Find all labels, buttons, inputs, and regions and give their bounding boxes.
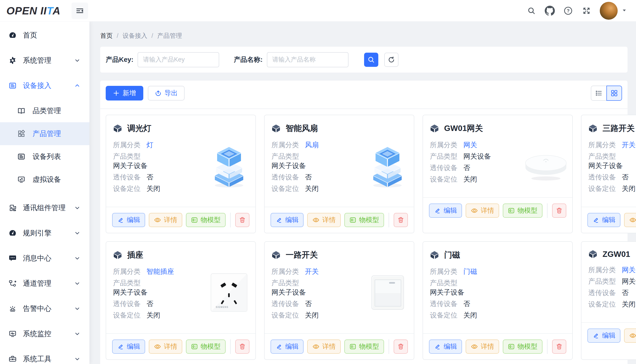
category-value[interactable]: 网关 [463, 140, 477, 149]
sidebar-item-comm[interactable]: 通讯组件管理 [0, 196, 89, 219]
passthrough-value: 否 [463, 164, 470, 172]
model-button[interactable]: 物模型 [186, 213, 226, 227]
sidebar-item-alert[interactable]: 告警中心 [0, 297, 89, 320]
breadcrumb-item[interactable]: 设备接入 [123, 32, 147, 40]
product-key-input[interactable] [138, 52, 219, 67]
add-button[interactable]: 新增 [106, 86, 143, 100]
detail-button[interactable]: 详情 [466, 340, 499, 354]
category-value[interactable]: 灯 [146, 140, 153, 149]
delete-button[interactable] [235, 340, 250, 354]
chevron-down-icon [73, 230, 82, 236]
passthrough-label: 透传设备 [272, 173, 299, 181]
edit-button[interactable]: 编辑 [429, 340, 462, 354]
list-view-button[interactable] [591, 86, 606, 101]
list-icon [17, 152, 26, 161]
server-icon [8, 82, 17, 90]
edit-button[interactable]: 编辑 [587, 328, 620, 343]
eye-icon [154, 216, 161, 224]
magnifier-icon [367, 56, 375, 64]
product-name-input[interactable] [267, 52, 348, 67]
model-button[interactable]: 物模型 [186, 340, 226, 354]
sidebar-item-system[interactable]: 系统管理 [0, 49, 89, 72]
passthrough-label: 透传设备 [588, 288, 616, 297]
sidebar-item-device[interactable]: 设备接入 [0, 74, 89, 97]
type-value: 网关子设备 [113, 162, 147, 170]
dashboard-icon [8, 229, 17, 237]
sidebar-item-message[interactable]: 消息中心 [0, 247, 89, 270]
help-icon[interactable]: ? [563, 6, 573, 16]
github-icon[interactable] [545, 6, 555, 16]
trash-icon [239, 216, 246, 224]
sidebar-item-channel[interactable]: 通道管理 [0, 272, 89, 295]
grid-view-button[interactable] [606, 86, 622, 101]
refresh-icon [388, 56, 395, 64]
sidebar-collapse-button[interactable] [72, 2, 88, 19]
delete-button[interactable] [552, 204, 566, 218]
detail-button[interactable]: 详情 [149, 213, 182, 227]
sidebar-item-category[interactable]: 品类管理 [0, 99, 89, 122]
model-button[interactable]: 物模型 [503, 204, 542, 218]
category-value[interactable]: 开关 [305, 267, 319, 276]
model-button[interactable]: 物模型 [344, 340, 384, 354]
breadcrumb-item[interactable]: 首页 [100, 32, 113, 40]
delete-button[interactable] [394, 213, 408, 227]
search-icon[interactable] [526, 6, 536, 16]
model-button[interactable]: 物模型 [503, 340, 542, 354]
delete-button[interactable] [394, 340, 408, 354]
sidebar-item-label: 设备列表 [33, 152, 61, 162]
delete-button[interactable] [552, 340, 566, 354]
pencil-icon [434, 343, 441, 350]
actions-divider [547, 203, 547, 218]
detail-button[interactable]: 详情 [307, 340, 341, 354]
detail-button[interactable]: 详情 [624, 213, 636, 227]
pencil-icon [592, 216, 599, 224]
app-logo: OPEN IITA [7, 4, 61, 17]
edit-button[interactable]: 编辑 [271, 340, 304, 354]
location-label: 设备定位 [430, 311, 457, 319]
edit-button[interactable]: 编辑 [112, 340, 145, 354]
search-button[interactable] [364, 53, 378, 67]
category-value[interactable]: 门磁 [463, 267, 477, 276]
chevron-down-icon [73, 280, 82, 286]
detail-button[interactable]: 详情 [149, 340, 182, 354]
product-image-cube [205, 141, 253, 191]
export-icon [155, 90, 162, 96]
fullscreen-icon[interactable] [581, 6, 591, 16]
edit-button[interactable]: 编辑 [587, 213, 620, 227]
alarm-icon [8, 304, 17, 313]
detail-button[interactable]: 详情 [624, 328, 636, 343]
detail-button[interactable]: 详情 [466, 204, 499, 218]
type-value: 网关子设备 [113, 288, 147, 296]
sidebar-item-devicelist[interactable]: 设备列表 [0, 145, 89, 168]
monitor-icon [8, 330, 17, 338]
export-button[interactable]: 导出 [148, 86, 184, 100]
product-card-body: 调光灯所属分类灯产品类型网关子设备透传设备否设备定位关闭 [106, 115, 255, 207]
sidebar-item-home[interactable]: 首页 [0, 24, 89, 47]
breadcrumb: 首页/设备接入/产品管理 [100, 32, 627, 40]
category-value[interactable]: 智能插座 [146, 267, 174, 276]
caret-down-icon[interactable] [622, 8, 627, 14]
detail-button[interactable]: 详情 [307, 213, 341, 227]
category-value[interactable]: 网关 [622, 266, 635, 274]
eye-icon [312, 216, 320, 224]
edit-button[interactable]: 编辑 [271, 213, 304, 227]
category-value[interactable]: 开关 [622, 140, 635, 149]
sidebar-item-rules[interactable]: 规则引擎 [0, 222, 89, 244]
sidebar-item-product[interactable]: 产品管理 [0, 122, 89, 145]
sidebar-item-virtual[interactable]: 虚拟设备 [0, 168, 89, 191]
edit-button[interactable]: 编辑 [112, 213, 145, 227]
delete-button[interactable] [235, 213, 250, 227]
avatar[interactable] [600, 2, 618, 20]
model-icon [349, 216, 356, 224]
passthrough-value: 否 [622, 288, 629, 297]
refresh-button[interactable] [384, 53, 398, 67]
category-value[interactable]: 风扇 [305, 140, 319, 149]
model-icon [508, 343, 515, 350]
model-icon [191, 343, 198, 350]
edit-button[interactable]: 编辑 [429, 204, 462, 218]
trash-icon [556, 343, 563, 350]
model-button[interactable]: 物模型 [344, 213, 384, 227]
passthrough-value: 否 [146, 173, 153, 181]
sidebar-item-tools[interactable]: 系统工具 [0, 348, 89, 364]
sidebar-item-monitor[interactable]: 系统监控 [0, 322, 89, 345]
